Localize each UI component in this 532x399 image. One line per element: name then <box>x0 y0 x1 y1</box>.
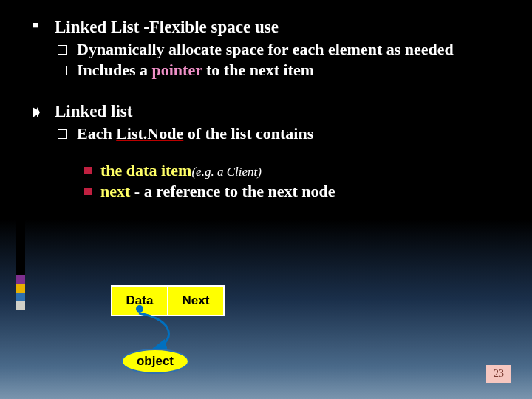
cell-data: Data <box>112 287 167 315</box>
bullet-list: Linked List -Flexible space use Dynamica… <box>33 18 510 201</box>
b1-title-prefix: Linked List <box>55 18 139 36</box>
node-diagram: Data Next object <box>111 285 332 381</box>
accent-stripes <box>16 275 25 310</box>
cell-next: Next <box>168 287 223 315</box>
page-number: 23 <box>486 365 511 383</box>
slide: Linked List -Flexible space use Dynamica… <box>0 0 532 399</box>
b1-sub-includes: Includes a pointer to the next item <box>55 61 510 80</box>
detail-next: next - a reference to the next node <box>84 182 510 201</box>
pointer-arrow <box>132 312 183 353</box>
object-ellipse: object <box>121 349 189 374</box>
bullet-linked-list-flex: Linked List -Flexible space use Dynamica… <box>33 18 510 80</box>
b1-title-suffix: -Flexible space use <box>139 18 278 36</box>
data-pointer-dot <box>136 305 143 313</box>
pointer-word: pointer <box>151 61 202 79</box>
b2-sub-listnode: Each List.Node of the list contains the … <box>55 124 510 201</box>
node-box: Data Next <box>111 285 225 316</box>
b1-sub-dynamic: Dynamically allocate space for each elem… <box>55 40 510 59</box>
detail-data-item: the data item(e.g. a Client) <box>84 161 510 180</box>
bullet-linked-list-detail: Linked list Each List.Node of the list c… <box>33 102 510 201</box>
left-accent-bar <box>16 31 25 275</box>
b2-title: Linked list <box>55 102 132 120</box>
listnode-word: List.Node <box>116 124 183 143</box>
